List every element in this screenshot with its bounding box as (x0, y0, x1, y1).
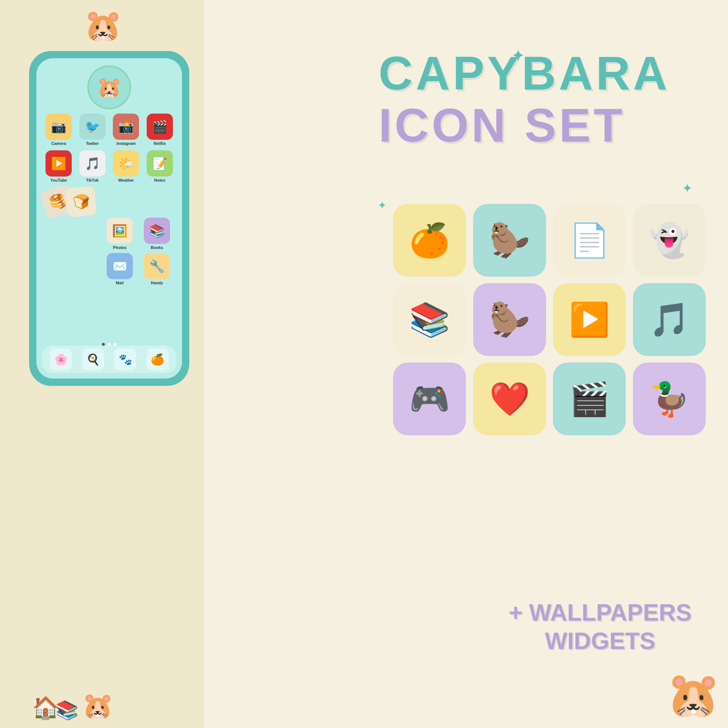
sticker-2: 🍞 (65, 186, 97, 218)
icons-preview-grid: 🍊 🦫 📄 👻 📚 🦫 ▶️ 🎵 🎮 ❤️ 🎬 🦆 (393, 204, 706, 435)
twitter-label: Twitter (86, 141, 99, 145)
youtube-icon: ▶️ (46, 150, 72, 177)
app-twitter[interactable]: 🐦 Twitter (80, 113, 106, 145)
photos-icon: 🖼️ (107, 218, 133, 244)
app-row-3: 🖼️ Photos 📚 Books (42, 218, 177, 250)
app-row-1: 📷 Camera 🐦 Twitter 📸 Instagram 🎬 Netflix (42, 113, 177, 145)
wallpapers-widgets-section: + WALLPAPERSWIDGETS (509, 598, 691, 655)
app-weather[interactable]: 🌤️ Weather (113, 150, 139, 182)
preview-tile-music: 🎵 (633, 283, 706, 356)
bottom-left-scene: 🏠 📚 🐹 (0, 619, 145, 728)
notes-icon: 📝 (147, 150, 173, 177)
preview-tile-capy2: 🦫 (473, 283, 546, 356)
app-photos[interactable]: 🖼️ Photos (107, 218, 133, 250)
preview-tile-ghost: 👻 (633, 204, 706, 277)
dock-icon-1[interactable]: 🌸 (50, 348, 72, 370)
preview-tile-books: 📚 (393, 283, 466, 356)
title-line1: CAPYBARA (379, 47, 706, 99)
instagram-label: Instagram (116, 141, 136, 145)
handy-icon: 🔧 (144, 253, 170, 279)
capybara-top-decoration: 🐹 (84, 7, 122, 44)
wallpapers-text: + WALLPAPERSWIDGETS (509, 598, 691, 655)
twitter-icon: 🐦 (80, 113, 106, 140)
weather-icon: 🌤️ (113, 150, 139, 177)
app-camera[interactable]: 📷 Camera (46, 113, 72, 145)
preview-tile-game: 🎮 (393, 362, 466, 435)
phone-wallpaper-art: 🐹 (87, 66, 131, 109)
tiktok-icon: 🎵 (80, 150, 106, 177)
title-line2: ICON SET (379, 99, 706, 151)
app-notes[interactable]: 📝 Notes (147, 150, 173, 182)
instagram-icon: 📸 (113, 113, 139, 140)
preview-tile-duck: 🦆 (633, 362, 706, 435)
app-mail[interactable]: ✉️ Mail (107, 253, 133, 285)
phone-dock: 🌸 🍳 🐾 🍊 (42, 346, 177, 373)
preview-tile-youtube: ▶️ (553, 283, 626, 356)
books-label: Books (151, 245, 163, 250)
preview-tile-fruit: 🍊 (393, 204, 466, 277)
preview-tile-folder: 📄 (553, 204, 626, 277)
app-youtube[interactable]: ▶️ YouTube (46, 150, 72, 182)
phone-frame: 🐹 📷 Camera 🐦 Twitter 📸 Instagram � (29, 51, 189, 386)
dock-icon-2[interactable]: 🍳 (82, 348, 104, 370)
books-icon: 📚 (144, 218, 170, 244)
tiktok-label: TikTok (86, 178, 99, 182)
camera-icon: 📷 (46, 113, 72, 140)
dock-icon-4[interactable]: 🍊 (147, 348, 168, 370)
phone-screen: 🐹 📷 Camera 🐦 Twitter 📸 Instagram � (37, 58, 182, 379)
weather-label: Weather (118, 178, 134, 182)
sparkle-3: ✦ (378, 200, 386, 211)
app-row-2: ▶️ YouTube 🎵 TikTok 🌤️ Weather 📝 Notes (42, 150, 177, 182)
mail-icon: ✉️ (107, 253, 133, 279)
youtube-label: YouTube (50, 178, 67, 182)
photos-label: Photos (113, 245, 126, 250)
title-section: CAPYBARA ICON SET (379, 47, 706, 151)
preview-tile-heart: ❤️ (473, 362, 546, 435)
app-instagram[interactable]: 📸 Instagram (113, 113, 139, 145)
app-tiktok[interactable]: 🎵 TikTok (80, 150, 106, 182)
camera-label: Camera (51, 141, 66, 145)
capybara-bottom-right: 🐹 (666, 669, 721, 721)
sparkle-2: ✦ (682, 182, 691, 195)
netflix-label: Netflix (154, 141, 166, 145)
app-row-4: ✉️ Mail 🔧 Handy (42, 253, 177, 285)
handy-label: Handy (151, 281, 163, 285)
phone-container: 🐹 🐹 📷 Camera 🐦 Twitter 📸 (22, 29, 197, 393)
preview-tile-capy1: 🦫 (473, 204, 546, 277)
dock-icon-3[interactable]: 🐾 (114, 348, 136, 370)
notes-label: Notes (154, 178, 165, 182)
app-books[interactable]: 📚 Books (144, 218, 170, 250)
mail-label: Mail (116, 281, 123, 285)
sticker-row: 🥞 🍞 (43, 187, 177, 216)
netflix-icon: 🎬 (147, 113, 173, 140)
app-handy[interactable]: 🔧 Handy (144, 253, 170, 285)
app-netflix[interactable]: 🎬 Netflix (147, 113, 173, 145)
preview-tile-netflix: 🎬 (553, 362, 626, 435)
